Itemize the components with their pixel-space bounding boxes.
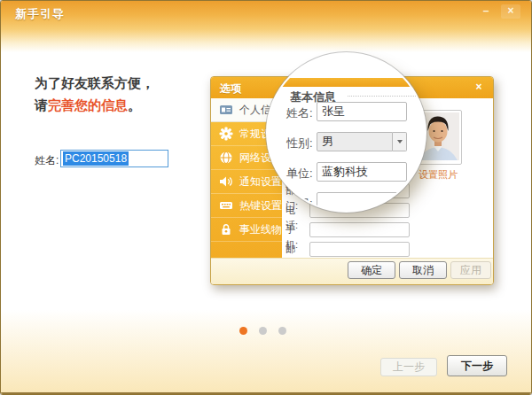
minimize-button[interactable]: – — [476, 4, 496, 19]
email-field[interactable] — [309, 242, 410, 257]
magnified-company-field[interactable]: 蓝豹科技 — [317, 162, 407, 182]
next-step-button[interactable]: 下一步 — [447, 355, 507, 376]
gear-icon — [219, 127, 233, 141]
window-title: 新手引导 — [15, 6, 65, 22]
pagination-dot-3[interactable] — [278, 327, 286, 335]
window-bottom-edge — [1, 392, 531, 394]
globe-icon — [219, 151, 233, 165]
sidebar-item-notification-settings[interactable]: 通知设置 — [211, 170, 282, 194]
magnified-name-field[interactable]: 张呈 — [317, 102, 407, 121]
sidebar-item-label: 事业线物 — [239, 222, 282, 237]
name-input[interactable]: PC20150518 — [60, 150, 168, 167]
gender-dropdown-button[interactable] — [393, 132, 407, 151]
id-card-icon — [219, 103, 233, 117]
set-photo-link[interactable]: 设置照片 — [405, 168, 471, 182]
field-label: 单位: — [286, 166, 313, 182]
sidebar-item-label: 热键设置 — [239, 198, 282, 213]
magnified-dialog-header — [268, 78, 425, 87]
intro-line-2-suffix: 。 — [128, 97, 141, 112]
magnified-gender-select[interactable]: 男 — [317, 132, 393, 151]
sidebar-item-business-line[interactable]: 事业线物 — [211, 218, 282, 242]
sidebar-item-label: 通知设置 — [239, 174, 282, 190]
cancel-button[interactable]: 取消 — [399, 261, 447, 279]
titlebar: 新手引导 – × — [1, 1, 531, 52]
field-label: 姓名: — [286, 105, 313, 121]
intro-line-2: 请完善您的信息。 — [35, 97, 141, 114]
sidebar-item-hotkey-settings[interactable]: 热键设置 — [211, 194, 282, 218]
previous-step-button[interactable]: 上一步 — [380, 358, 437, 376]
name-input-selected-text: PC20150518 — [63, 151, 129, 166]
keyboard-icon — [219, 198, 233, 213]
close-button[interactable]: × — [501, 4, 520, 19]
dialog-close-button[interactable]: × — [472, 81, 486, 95]
pagination-dot-2[interactable] — [259, 327, 267, 335]
lock-icon — [219, 222, 233, 236]
ok-button[interactable]: 确定 — [348, 261, 395, 279]
intro-highlight: 完善您的信息 — [48, 97, 128, 112]
apply-button[interactable]: 应用 — [450, 261, 491, 279]
magnifier-circle: 基本信息 姓名: 张呈 性别: 男 单位: 蓝豹科技 部门: — [268, 54, 425, 211]
pagination-dot-1[interactable] — [239, 327, 247, 335]
dialog-title: 选项 — [220, 81, 241, 97]
close-icon: × — [507, 4, 513, 17]
chevron-down-icon — [397, 140, 403, 143]
wizard-window: 新手引导 – × 为了好友联系方便， 请完善您的信息。 姓名: PC201505… — [0, 0, 532, 395]
section-divider — [348, 96, 418, 97]
bottom-gradient — [1, 310, 531, 394]
minimize-icon: – — [483, 4, 489, 17]
speaker-icon — [219, 174, 233, 189]
dialog-close-icon: × — [475, 81, 481, 93]
intro-line-2-prefix: 请 — [35, 97, 48, 112]
field-label: 性别: — [286, 136, 313, 151]
intro-line-1: 为了好友联系方便， — [35, 75, 154, 92]
mobile-field[interactable] — [309, 222, 410, 237]
name-label: 姓名: — [35, 153, 59, 168]
